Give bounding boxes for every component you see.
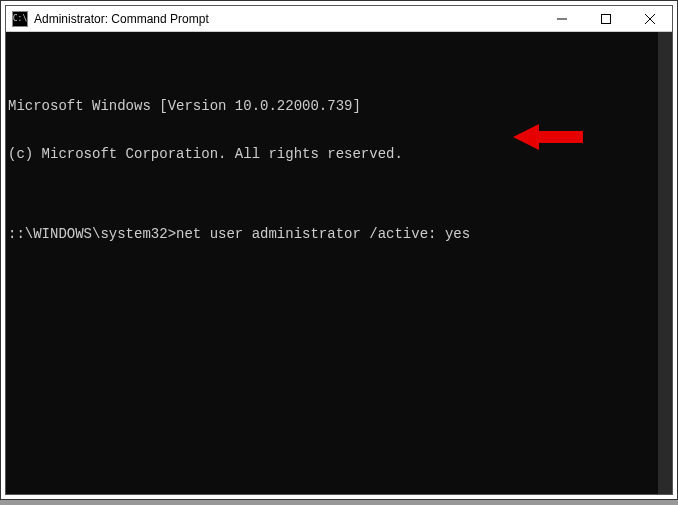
copyright-line: (c) Microsoft Corporation. All rights re… [8,146,672,162]
maximize-button[interactable] [584,6,628,31]
prompt-text: ::\WINDOWS\system32> [8,226,176,242]
command-prompt-window: C:\ Administrator: Command Prompt Micros… [5,5,673,495]
command-line: ::\WINDOWS\system32>net user administrat… [8,226,672,242]
window-frame: C:\ Administrator: Command Prompt Micros… [0,0,678,500]
icon-glyph: C:\ [13,14,27,23]
typed-command: net user administrator /active: yes [176,226,470,242]
scrollbar[interactable] [658,32,672,494]
minimize-button[interactable] [540,6,584,31]
svg-rect-1 [602,14,611,23]
window-title: Administrator: Command Prompt [34,12,540,26]
version-line: Microsoft Windows [Version 10.0.22000.73… [8,98,672,114]
titlebar[interactable]: C:\ Administrator: Command Prompt [6,6,672,32]
window-controls [540,6,672,31]
terminal-area[interactable]: Microsoft Windows [Version 10.0.22000.73… [6,32,672,494]
command-prompt-icon: C:\ [12,11,28,27]
close-button[interactable] [628,6,672,31]
terminal-output: Microsoft Windows [Version 10.0.22000.73… [8,66,672,274]
